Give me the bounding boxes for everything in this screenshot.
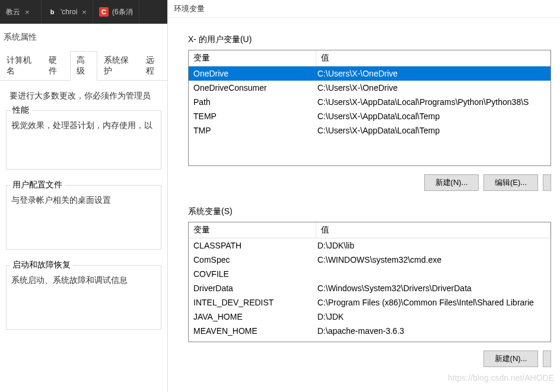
edit-button[interactable] <box>543 350 551 367</box>
csdn-icon: C <box>99 7 109 17</box>
list-item[interactable]: JAVA_HOMED:\JDK <box>189 310 551 324</box>
user-vars-listbox[interactable]: 变量 值 OneDriveC:\Users\X-\OneDriveOneDriv… <box>188 50 551 166</box>
browser-tab[interactable]: C (6条消 <box>93 0 139 24</box>
var-value: D:\JDK\lib <box>316 238 551 253</box>
delete-button[interactable] <box>543 174 551 191</box>
watermark: https://blog.csdn.net/AHODE <box>448 373 554 383</box>
var-value: C:\Users\X-\AppData\Local\Temp <box>316 123 551 138</box>
system-properties-dialog: 系统属性 计算机名 硬件 高级 系统保护 远程 要进行大多数更改，你必须作为管理… <box>0 24 167 392</box>
edit-button[interactable]: 编辑(E)... <box>483 174 538 191</box>
var-value <box>316 267 551 281</box>
bing-icon: b <box>47 7 57 17</box>
tab-hardware[interactable]: 硬件 <box>42 51 70 81</box>
list-item[interactable]: DriverDataC:\Windows\System32\Drivers\Dr… <box>189 281 551 295</box>
var-value: C:\Users\X-\AppData\Local\Temp <box>316 109 551 123</box>
group-title: 用户配置文件 <box>10 180 65 190</box>
var-value: C:\Users\X-\OneDrive <box>316 66 551 81</box>
close-icon[interactable]: × <box>82 8 87 17</box>
list-item[interactable]: CLASSPATHD:\JDK\lib <box>189 238 551 253</box>
var-value: D:\apache-maven-3.6.3 <box>316 324 551 338</box>
var-value: C:\Users\X-\OneDrive <box>316 81 551 95</box>
tab-computer-name[interactable]: 计算机名 <box>0 51 42 81</box>
column-header-name[interactable]: 变量 <box>189 50 316 66</box>
group-title: 性能 <box>10 105 31 116</box>
list-header: 变量 值 <box>189 222 551 238</box>
var-value: C:\WINDOWS\system32\cmd.exe <box>316 253 551 267</box>
group-user-profile: 用户配置文件 与登录帐户相关的桌面设置 <box>6 185 161 250</box>
new-button[interactable]: 新建(N)... <box>483 350 538 367</box>
list-item[interactable]: OneDriveConsumerC:\Users\X-\OneDrive <box>189 81 551 95</box>
var-value: -Xms128m -Xmx512m <box>316 338 551 342</box>
var-name: MEAVEN_OPTS <box>189 338 316 342</box>
var-name: TEMP <box>189 109 316 123</box>
group-text: 系统启动、系统故障和调试信息 <box>11 273 156 288</box>
list-item[interactable]: MEAVEN_OPTS-Xms128m -Xmx512m <box>189 338 551 342</box>
group-performance: 性能 视觉效果，处理器计划，内存使用，以 <box>6 110 161 169</box>
list-item[interactable]: PathC:\Users\X-\AppData\Local\Programs\P… <box>189 95 551 109</box>
var-name: DriverData <box>189 281 316 295</box>
var-name: Path <box>189 95 316 109</box>
tab-title: 'chroi <box>61 8 77 16</box>
user-vars-buttons: 新建(N)... 编辑(E)... <box>188 174 551 191</box>
list-item[interactable]: TMPC:\Users\X-\AppData\Local\Temp <box>189 123 551 138</box>
tab-title: (6条消 <box>112 7 133 17</box>
dialog-title: 系统属性 <box>0 24 167 51</box>
var-value: C:\Program Files (x86)\Common Files\Inte… <box>316 295 551 310</box>
list-item[interactable]: TEMPC:\Users\X-\AppData\Local\Temp <box>189 109 551 123</box>
list-item[interactable]: ComSpecC:\WINDOWS\system32\cmd.exe <box>189 253 551 267</box>
list-item[interactable]: INTEL_DEV_REDISTC:\Program Files (x86)\C… <box>189 295 551 310</box>
var-name: CLASSPATH <box>189 238 316 253</box>
group-title: 启动和故障恢复 <box>10 260 73 270</box>
tab-system-protection[interactable]: 系统保护 <box>97 51 139 81</box>
system-vars-label: 系统变量(S) <box>188 206 560 217</box>
tab-content: 要进行大多数更改，你必须作为管理员 性能 视觉效果，处理器计划，内存使用，以 用… <box>0 81 167 351</box>
tabs-row: 计算机名 硬件 高级 系统保护 远程 <box>0 51 167 81</box>
var-value: C:\Users\X-\AppData\Local\Programs\Pytho… <box>316 95 551 109</box>
system-vars-buttons: 新建(N)... <box>188 350 551 367</box>
environment-variables-dialog: 环境变量 X- 的用户变量(U) 变量 值 OneDriveC:\Users\X… <box>167 0 560 392</box>
var-value: C:\Windows\System32\Drivers\DriverData <box>316 281 551 295</box>
list-item[interactable]: OneDriveC:\Users\X-\OneDrive <box>189 66 551 81</box>
new-button[interactable]: 新建(N)... <box>424 174 479 191</box>
var-name: MEAVEN_HOME <box>189 324 316 338</box>
var-name: ComSpec <box>189 253 316 267</box>
group-startup-recovery: 启动和故障恢复 系统启动、系统故障和调试信息 <box>6 265 161 330</box>
var-name: OneDriveConsumer <box>189 81 316 95</box>
browser-tab[interactable]: 教云 × <box>0 0 42 24</box>
group-text: 视觉效果，处理器计划，内存使用，以 <box>11 118 156 133</box>
column-header-name[interactable]: 变量 <box>189 222 316 238</box>
user-vars-label: X- 的用户变量(U) <box>188 34 560 45</box>
var-value: D:\JDK <box>316 310 551 324</box>
system-vars-listbox[interactable]: 变量 值 CLASSPATHD:\JDK\libComSpecC:\WINDOW… <box>188 222 551 342</box>
var-name: COVFILE <box>189 267 316 281</box>
tab-remote[interactable]: 远程 <box>139 51 167 81</box>
list-item[interactable]: COVFILE <box>189 267 551 281</box>
list-header: 变量 值 <box>189 50 551 66</box>
column-header-value[interactable]: 值 <box>316 222 551 238</box>
tab-title: 教云 <box>6 7 20 17</box>
group-text: 与登录帐户相关的桌面设置 <box>11 193 156 208</box>
tab-advanced[interactable]: 高级 <box>70 51 98 81</box>
column-header-value[interactable]: 值 <box>316 50 551 66</box>
var-name: OneDrive <box>189 66 316 81</box>
list-item[interactable]: MEAVEN_HOMED:\apache-maven-3.6.3 <box>189 324 551 338</box>
var-name: INTEL_DEV_REDIST <box>189 295 316 310</box>
close-icon[interactable]: × <box>25 8 30 17</box>
dialog-title: 环境变量 <box>168 0 560 18</box>
var-name: TMP <box>189 123 316 138</box>
admin-desc: 要进行大多数更改，你必须作为管理员 <box>9 89 161 102</box>
var-name: JAVA_HOME <box>189 310 316 324</box>
browser-tab[interactable]: b 'chroi × <box>42 0 93 24</box>
